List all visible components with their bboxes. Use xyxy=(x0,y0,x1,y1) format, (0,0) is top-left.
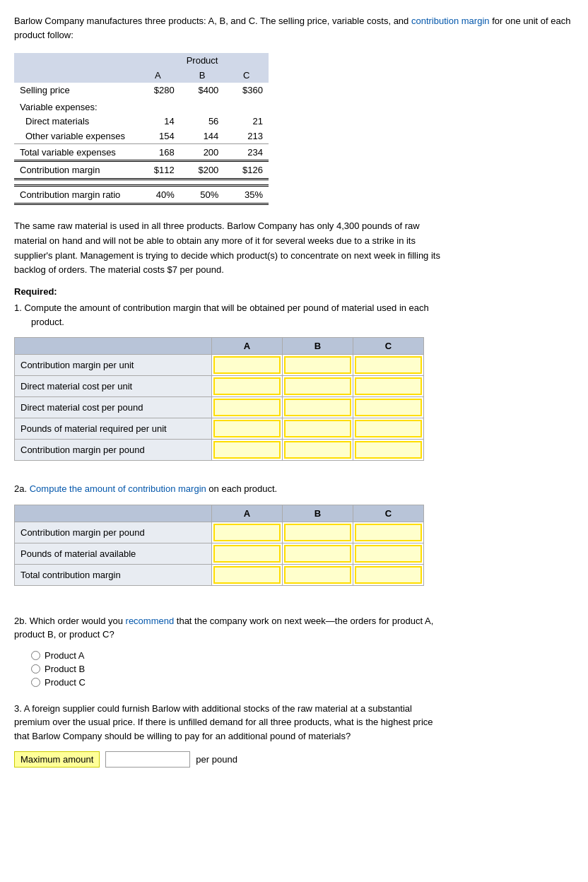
radio-input-a[interactable] xyxy=(31,651,40,660)
cm-ratio-label: Contribution margin ratio xyxy=(14,186,136,204)
r2a-row3-label: Total contribution margin xyxy=(15,564,212,585)
r2a-row1-c[interactable] xyxy=(353,522,424,543)
radio-label-c: Product C xyxy=(45,677,86,688)
q3-text: 3. A foreign supplier could furnish Barl… xyxy=(14,702,574,743)
direct-materials-b: 56 xyxy=(180,114,225,129)
input-2a-row2-a[interactable] xyxy=(213,545,281,563)
input-row5-a[interactable] xyxy=(213,441,281,459)
row5-a[interactable] xyxy=(212,440,283,461)
selling-price-c: $360 xyxy=(224,83,269,98)
input-2a-row3-b[interactable] xyxy=(284,566,351,584)
r2a-row2-a[interactable] xyxy=(212,543,283,564)
input-row4-a[interactable] xyxy=(213,420,281,437)
table-row: Direct material cost per unit xyxy=(15,376,424,397)
direct-materials-c: 21 xyxy=(224,114,269,129)
row1-label: Contribution margin per unit xyxy=(15,355,212,376)
q2b-main-text: Which order would you xyxy=(30,616,126,626)
product-options: Product A Product B Product C xyxy=(31,650,574,688)
middle-text: The same raw material is used in all thr… xyxy=(14,219,574,278)
input-row3-a[interactable] xyxy=(213,399,281,416)
row2-c[interactable] xyxy=(353,376,424,397)
row4-c[interactable] xyxy=(353,418,424,440)
per-pound-text: per pound xyxy=(196,754,237,765)
required-label: Required: xyxy=(14,286,574,297)
middle-line2: material on hand and will not be able to… xyxy=(14,234,574,249)
q2a-highlight: Compute the amount of xyxy=(30,483,128,494)
row4-a[interactable] xyxy=(212,418,283,440)
col-a-header: A xyxy=(136,68,180,83)
row2-a[interactable] xyxy=(212,376,283,397)
radio-input-b[interactable] xyxy=(31,664,40,674)
input-row2-c[interactable] xyxy=(355,377,422,395)
input-row1-c[interactable] xyxy=(355,356,422,374)
input-row1-a[interactable] xyxy=(213,356,281,374)
input-2a-row3-c[interactable] xyxy=(355,566,422,584)
t1-header-a: A xyxy=(212,338,283,355)
table-row: Contribution margin per unit xyxy=(15,355,424,376)
input-row2-a[interactable] xyxy=(213,377,281,395)
other-variable-b: 144 xyxy=(180,129,225,144)
input-2a-row1-c[interactable] xyxy=(355,524,422,541)
r2a-row1-a[interactable] xyxy=(212,522,283,543)
radio-product-a[interactable]: Product A xyxy=(31,650,574,661)
input-row3-b[interactable] xyxy=(284,399,351,416)
row4-b[interactable] xyxy=(283,418,353,440)
q3-line2: premium over the usual price. If there i… xyxy=(14,715,574,729)
intro-highlight: contribution margin xyxy=(411,16,490,26)
radio-product-b[interactable]: Product B xyxy=(31,664,574,674)
row5-b[interactable] xyxy=(283,440,353,461)
row3-c[interactable] xyxy=(353,397,424,418)
r2a-row3-b[interactable] xyxy=(283,564,353,585)
r2a-row1-b[interactable] xyxy=(283,522,353,543)
row1-a[interactable] xyxy=(212,355,283,376)
q2b-text: 2b. Which order would you recommend that… xyxy=(14,614,574,642)
row3-a[interactable] xyxy=(212,397,283,418)
table-row: Contribution margin per pound xyxy=(15,440,424,461)
input-row4-b[interactable] xyxy=(284,420,351,437)
cm-ratio-a: 40% xyxy=(136,186,180,204)
max-amount-input[interactable] xyxy=(105,751,190,768)
input-row1-b[interactable] xyxy=(284,356,351,374)
r2a-row2-label: Pounds of material available xyxy=(15,543,212,564)
input-2a-row1-b[interactable] xyxy=(284,524,351,541)
q2a-rest: on each product. xyxy=(206,483,277,494)
radio-product-c[interactable]: Product C xyxy=(31,677,574,688)
input-row4-c[interactable] xyxy=(355,420,422,437)
radio-input-c[interactable] xyxy=(31,678,40,687)
row3-label: Direct material cost per pound xyxy=(15,397,212,418)
row3-b[interactable] xyxy=(283,397,353,418)
input-2a-row2-b[interactable] xyxy=(284,545,351,563)
col-c-header: C xyxy=(224,68,269,83)
r2a-row3-c[interactable] xyxy=(353,564,424,585)
direct-materials-a: 14 xyxy=(136,114,180,129)
r2a-row2-b[interactable] xyxy=(283,543,353,564)
input-2a-row3-a[interactable] xyxy=(213,566,281,584)
cm-ratio-b: 50% xyxy=(180,186,225,204)
r2a-row3-a[interactable] xyxy=(212,564,283,585)
input-row3-c[interactable] xyxy=(355,399,422,416)
row1-b[interactable] xyxy=(283,355,353,376)
row5-c[interactable] xyxy=(353,440,424,461)
q2b-label: 2b. xyxy=(14,616,27,626)
max-amount-label: Maximum amount xyxy=(14,751,100,768)
middle-line3: supplier's plant. Management is trying t… xyxy=(14,249,574,264)
input-row5-c[interactable] xyxy=(355,441,422,459)
table-row: Total contribution margin xyxy=(15,564,424,585)
input-2a-row1-a[interactable] xyxy=(213,524,281,541)
section-3-answer-row: Maximum amount per pound xyxy=(14,751,574,768)
row2-label: Direct material cost per unit xyxy=(15,376,212,397)
section-2a: 2a. Compute the amount of contribution m… xyxy=(14,482,574,586)
radio-label-b: Product B xyxy=(45,664,85,674)
total-variable-b: 200 xyxy=(180,144,225,161)
intro-text-1: Barlow Company manufactures three produc… xyxy=(14,16,408,26)
input-row2-b[interactable] xyxy=(284,377,351,395)
input-row5-b[interactable] xyxy=(284,441,351,459)
r2a-row2-c[interactable] xyxy=(353,543,424,564)
table-row: Direct material cost per pound xyxy=(15,397,424,418)
row2-b[interactable] xyxy=(283,376,353,397)
answer-table-2a: A B C Contribution margin per pound Poun… xyxy=(14,505,424,586)
row5-label: Contribution margin per pound xyxy=(15,440,212,461)
input-2a-row2-c[interactable] xyxy=(355,545,422,563)
row1-c[interactable] xyxy=(353,355,424,376)
product-header: Product xyxy=(136,53,269,68)
